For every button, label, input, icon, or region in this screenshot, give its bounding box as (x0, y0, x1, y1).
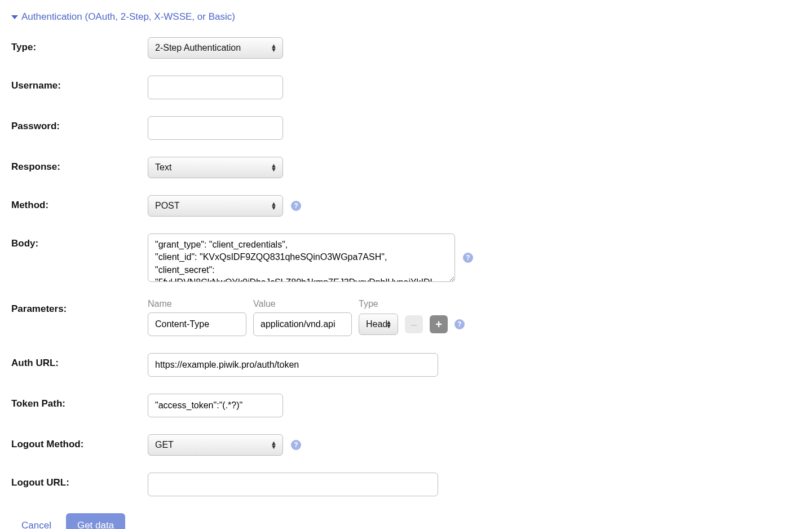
param-header-value: Value (253, 299, 352, 309)
logout-method-label: Logout Method: (11, 434, 148, 450)
param-type-value: Head (366, 319, 387, 329)
logout-method-help-icon[interactable]: ? (291, 440, 301, 450)
param-header-type: Type (359, 299, 398, 309)
response-select-value: Text (155, 162, 171, 173)
remove-param-button: – (405, 315, 423, 333)
password-label: Password: (11, 116, 148, 132)
token-path-label: Token Path: (11, 394, 148, 409)
response-select[interactable]: Text ▲▼ (148, 157, 283, 178)
auth-url-input[interactable] (148, 353, 438, 377)
add-param-button[interactable]: + (430, 315, 448, 333)
updown-icon: ▲▼ (271, 202, 277, 210)
token-path-input[interactable] (148, 394, 283, 417)
password-input[interactable] (148, 116, 283, 140)
logout-method-select[interactable]: GET ▲▼ (148, 434, 283, 456)
param-name-input[interactable] (148, 312, 246, 336)
param-header-name: Name (148, 299, 246, 309)
auth-section-header[interactable]: Authentication (OAuth, 2-Step, X-WSSE, o… (11, 11, 801, 23)
type-select-value: 2-Step Authentication (155, 43, 241, 53)
username-label: Username: (11, 76, 148, 91)
username-input[interactable] (148, 76, 283, 99)
method-label: Method: (11, 195, 148, 211)
type-select[interactable]: 2-Step Authentication ▲▼ (148, 37, 283, 59)
body-help-icon[interactable]: ? (463, 253, 473, 263)
method-help-icon[interactable]: ? (291, 201, 301, 211)
section-title: Authentication (OAuth, 2-Step, X-WSSE, o… (21, 11, 235, 23)
param-value-input[interactable] (253, 312, 352, 336)
chevron-down-icon (11, 15, 18, 19)
params-help-icon[interactable]: ? (454, 319, 465, 329)
param-type-select[interactable]: Head ▲▼ (359, 314, 398, 335)
cancel-button[interactable]: Cancel (21, 520, 51, 529)
param-row: Head ▲▼ – + ? (148, 312, 465, 336)
logout-url-label: Logout URL: (11, 473, 148, 488)
method-select-value: POST (155, 201, 180, 211)
logout-url-input[interactable] (148, 473, 438, 496)
get-data-button[interactable]: Get data (66, 513, 125, 529)
method-select[interactable]: POST ▲▼ (148, 195, 283, 217)
auth-url-label: Auth URL: (11, 353, 148, 369)
parameters-label: Parameters: (11, 299, 148, 315)
logout-method-value: GET (155, 440, 174, 450)
updown-icon: ▲▼ (271, 164, 277, 171)
body-textarea[interactable] (148, 233, 455, 282)
body-label: Body: (11, 233, 148, 249)
updown-icon: ▲▼ (271, 441, 277, 449)
updown-icon: ▲▼ (271, 44, 277, 52)
type-label: Type: (11, 37, 148, 53)
response-label: Response: (11, 157, 148, 173)
